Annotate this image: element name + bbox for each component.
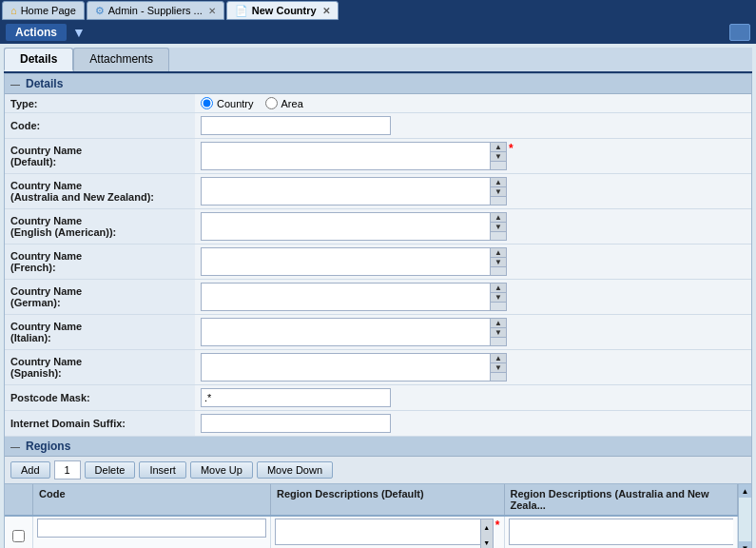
country-name-italian-cell: ▲ ▼	[195, 315, 751, 350]
actions-button[interactable]: Actions	[6, 24, 67, 41]
country-name-default-input[interactable]	[201, 142, 490, 170]
country-name-french-input[interactable]	[201, 247, 490, 276]
grid-desc-default-scroll: ▲ ▼	[480, 519, 494, 548]
country-name-english-scroll-down[interactable]: ▼	[491, 223, 506, 232]
country-name-english-scroll: ▲ ▼	[490, 212, 507, 241]
postcode-mask-cell	[195, 385, 751, 411]
sub-tabs: Details Attachments	[4, 48, 752, 73]
type-area-radio[interactable]	[265, 97, 278, 109]
country-name-french-cell: ▲ ▼	[195, 245, 751, 280]
country-name-german-input[interactable]	[201, 283, 490, 311]
internet-domain-row: Internet Domain Suffix:	[5, 411, 751, 437]
actions-right-button[interactable]	[729, 24, 750, 41]
details-form: Type: Country Area Code:	[5, 94, 751, 437]
details-collapse-icon[interactable]: —	[10, 79, 20, 89]
grid-col-check	[5, 484, 33, 515]
regions-section-title: Regions	[26, 440, 70, 453]
internet-domain-label: Internet Domain Suffix:	[5, 411, 195, 437]
tab-new-country[interactable]: 📄 New Country ✕	[226, 1, 339, 20]
internet-domain-input[interactable]	[201, 414, 391, 433]
grid-col-code: Code	[33, 484, 271, 515]
grid-row-desc-default-input[interactable]	[275, 519, 480, 545]
country-name-italian-scroll: ▲ ▼	[490, 318, 507, 346]
country-name-default-row: Country Name(Default): ▲ ▼ *	[5, 139, 751, 174]
delete-button[interactable]: Delete	[85, 461, 136, 479]
country-name-default-scroll-down[interactable]: ▼	[491, 152, 506, 162]
add-button[interactable]: Add	[10, 461, 50, 479]
regions-grid-container: Code Region Descriptions (Default) Regio…	[5, 484, 751, 548]
close-new-country-icon[interactable]: ✕	[322, 6, 330, 16]
country-name-french-row: Country Name(French): ▲ ▼	[5, 245, 751, 280]
move-up-button[interactable]: Move Up	[190, 461, 253, 479]
country-name-spanish-row: Country Name(Spanish): ▲ ▼	[5, 350, 751, 385]
vertical-scrollbar[interactable]: ▲ ▼	[738, 484, 751, 548]
code-label: Code:	[5, 113, 195, 139]
country-name-german-scroll-down[interactable]: ▼	[491, 293, 506, 303]
code-input-cell	[195, 113, 751, 139]
country-name-spanish-input[interactable]	[201, 353, 490, 382]
regions-count-input[interactable]	[54, 460, 81, 480]
scroll-up-icon[interactable]: ▲	[739, 484, 751, 498]
grid-row-desc-anz-input[interactable]	[509, 519, 734, 545]
type-country-option[interactable]: Country	[201, 97, 254, 109]
grid-col-desc-default: Region Descriptions (Default)	[271, 484, 505, 515]
postcode-mask-label: Postcode Mask:	[5, 385, 195, 411]
grid-desc-default-scroll-down[interactable]: ▼	[481, 536, 493, 549]
country-name-italian-scroll-down[interactable]: ▼	[491, 328, 506, 338]
postcode-mask-input[interactable]	[201, 388, 391, 407]
country-name-anz-input[interactable]	[201, 177, 490, 206]
grid-body: ▲ ▼ *	[5, 517, 738, 548]
grid-desc-default-scroll-up[interactable]: ▲	[481, 519, 493, 536]
country-name-spanish-scroll-up[interactable]: ▲	[491, 354, 506, 363]
country-name-italian-input[interactable]	[201, 318, 490, 346]
country-name-german-label: Country Name(German):	[5, 280, 195, 315]
country-name-anz-scroll-down[interactable]: ▼	[491, 187, 506, 197]
country-name-german-row: Country Name(German): ▲ ▼	[5, 280, 751, 315]
country-name-german-scroll: ▲ ▼	[490, 283, 507, 311]
regions-toolbar: Add Delete Insert Move Up Move Down	[5, 457, 751, 484]
tab-suppliers[interactable]: ⚙ Admin - Suppliers ... ✕	[87, 1, 224, 20]
move-down-button[interactable]: Move Down	[257, 461, 333, 479]
country-name-spanish-scroll-down[interactable]: ▼	[491, 363, 506, 373]
details-section-title: Details	[26, 77, 63, 90]
country-name-english-input[interactable]	[201, 212, 490, 241]
insert-button[interactable]: Insert	[139, 461, 186, 479]
country-name-french-scroll: ▲ ▼	[490, 247, 507, 276]
actions-bar: Actions ▼	[0, 21, 756, 44]
grid-row-desc-default-cell: ▲ ▼ *	[271, 517, 505, 548]
actions-dropdown-icon[interactable]: ▼	[72, 25, 86, 40]
type-country-radio[interactable]	[201, 97, 213, 109]
country-name-anz-label: Country Name(Australia and New Zealand):	[5, 174, 195, 209]
country-name-anz-cell: ▲ ▼	[195, 174, 751, 209]
country-name-anz-scroll: ▲ ▼	[490, 177, 507, 206]
country-name-german-scroll-up[interactable]: ▲	[491, 284, 506, 293]
country-name-english-scroll-up[interactable]: ▲	[491, 213, 506, 223]
close-suppliers-icon[interactable]: ✕	[208, 6, 216, 16]
country-name-default-scroll-up[interactable]: ▲	[491, 143, 506, 152]
admin-icon: ⚙	[95, 5, 105, 17]
type-input-cell: Country Area	[195, 94, 751, 113]
internet-domain-cell	[195, 411, 751, 437]
country-name-spanish-label: Country Name(Spanish):	[5, 350, 195, 385]
country-name-default-scroll: ▲ ▼	[490, 142, 507, 170]
code-input[interactable]	[201, 116, 391, 135]
country-name-default-label: Country Name(Default):	[5, 139, 195, 174]
grid-row-desc-anz-cell	[505, 517, 739, 548]
country-name-anz-scroll-up[interactable]: ▲	[491, 178, 506, 187]
tab-bar: ⌂ Home Page ⚙ Admin - Suppliers ... ✕ 📄 …	[0, 0, 756, 21]
tab-home[interactable]: ⌂ Home Page	[2, 1, 85, 20]
type-area-option[interactable]: Area	[265, 97, 303, 109]
grid-row-code-input[interactable]	[37, 519, 266, 538]
country-name-italian-scroll-up[interactable]: ▲	[491, 319, 506, 328]
country-name-english-cell: ▲ ▼	[195, 209, 751, 245]
country-name-french-scroll-down[interactable]: ▼	[491, 258, 506, 267]
regions-collapse-icon[interactable]: —	[10, 441, 20, 452]
regions-grid: Code Region Descriptions (Default) Regio…	[5, 484, 738, 548]
tab-details[interactable]: Details	[4, 48, 73, 71]
grid-row-code-cell	[33, 517, 271, 548]
tab-attachments[interactable]: Attachments	[73, 48, 169, 71]
country-name-french-scroll-up[interactable]: ▲	[491, 248, 506, 258]
country-name-english-row: Country Name(English (American)): ▲ ▼	[5, 209, 751, 245]
grid-row-checkbox[interactable]	[12, 530, 25, 542]
scroll-down-icon[interactable]: ▼	[739, 541, 751, 548]
